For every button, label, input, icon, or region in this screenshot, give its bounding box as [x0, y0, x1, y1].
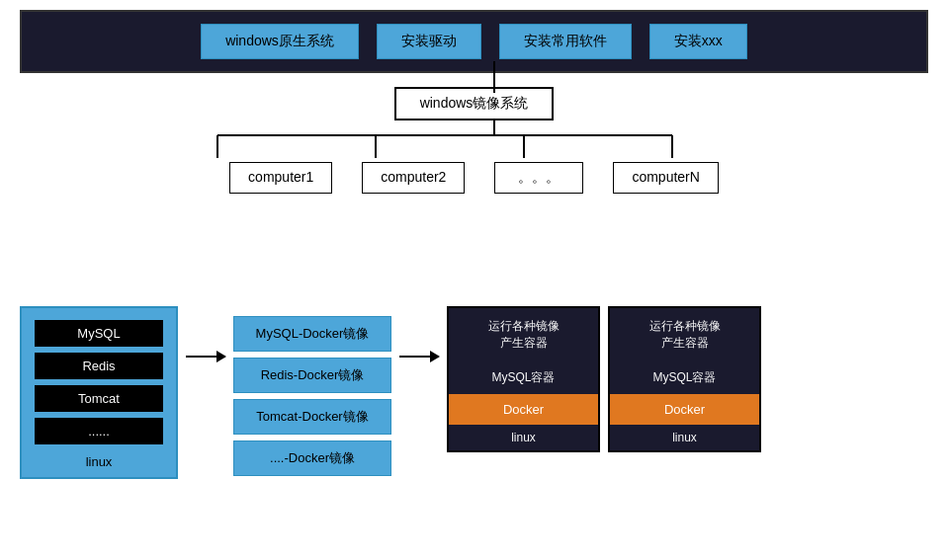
arrow-right-2	[399, 356, 439, 358]
bottom-section: MySQL Redis Tomcat ...... linux MySQL-Do…	[20, 306, 769, 479]
container1-docker: Docker	[449, 394, 598, 425]
linux-label: linux	[86, 454, 113, 469]
computer2-box: computer2	[362, 162, 465, 194]
install-software-box: 安装常用软件	[499, 24, 632, 59]
container2-docker: Docker	[610, 394, 759, 425]
install-driver-box: 安装驱动	[377, 24, 481, 59]
container2-top: 运行各种镜像 产生容器	[610, 308, 759, 361]
dots-docker-box: ....-Docker镜像	[233, 440, 391, 476]
arrow1	[178, 356, 233, 358]
container1-linux: linux	[449, 425, 598, 450]
container2-linux: linux	[610, 425, 759, 450]
arrow-right-1	[186, 356, 225, 358]
mysql-docker-box: MySQL-Docker镜像	[233, 316, 391, 352]
dots-box-linux: ......	[35, 418, 163, 444]
windows-image-row: windows镜像系统	[20, 87, 928, 120]
dots-box: 。。。	[494, 162, 583, 194]
install-xxx-box: 安装xxx	[649, 24, 747, 59]
redis-docker-box: Redis-Docker镜像	[233, 358, 391, 393]
mysql-box: MySQL	[35, 320, 163, 347]
container1-top: 运行各种镜像 产生容器	[449, 308, 598, 361]
redis-box: Redis	[35, 353, 163, 379]
arrow2	[391, 356, 447, 358]
container-block-1: 运行各种镜像 产生容器 MySQL容器 Docker linux	[447, 306, 600, 452]
tomcat-box: Tomcat	[35, 385, 163, 412]
container1-middle: MySQL容器	[449, 361, 598, 394]
container2-middle: MySQL容器	[610, 361, 759, 394]
tomcat-docker-box: Tomcat-Docker镜像	[233, 399, 391, 435]
computer-row: computer1 computer2 。。。 computerN	[20, 162, 928, 194]
container-block-2: 运行各种镜像 产生容器 MySQL容器 Docker linux	[608, 306, 761, 452]
computer1-box: computer1	[229, 162, 332, 194]
win-native-box: windows原生系统	[201, 24, 359, 59]
docker-images-col: MySQL-Docker镜像 Redis-Docker镜像 Tomcat-Doc…	[233, 316, 391, 476]
linux-box: MySQL Redis Tomcat ...... linux	[20, 306, 178, 479]
windows-image-box: windows镜像系统	[394, 87, 555, 120]
top-row: windows原生系统 安装驱动 安装常用软件 安装xxx	[20, 10, 928, 73]
computerN-box: computerN	[613, 162, 718, 194]
top-section: windows原生系统 安装驱动 安装常用软件 安装xxx windows镜像系…	[20, 10, 928, 194]
